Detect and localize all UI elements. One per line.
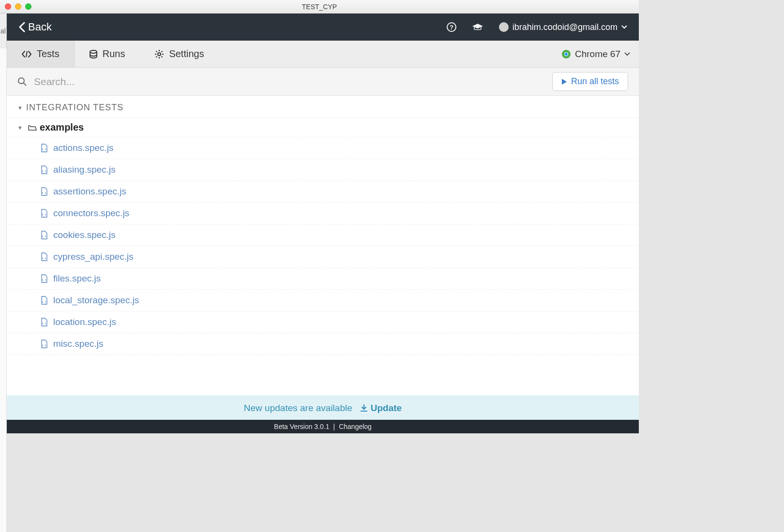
tab-tests[interactable]: Tests [7, 41, 75, 67]
search-icon [17, 77, 27, 87]
tab-runs[interactable]: Runs [75, 41, 140, 67]
file-code-icon [41, 318, 47, 326]
user-menu[interactable]: ibrahim.codoid@gmail.com [499, 22, 627, 32]
file-code-icon [41, 340, 47, 348]
spec-file[interactable]: connectors.spec.js [7, 203, 639, 224]
spec-file-name: cookies.spec.js [53, 230, 116, 240]
database-icon [89, 50, 98, 59]
version-text: Beta Version 3.0.1 [274, 423, 329, 430]
chrome-icon [561, 49, 571, 59]
close-window-button[interactable] [5, 3, 11, 10]
app-window: TEST_CYP al Back ? ibrahim.codoid@gmail.… [0, 0, 639, 433]
file-code-icon [41, 187, 47, 196]
file-code-icon [41, 274, 47, 283]
download-icon [360, 404, 368, 412]
file-code-icon [41, 165, 47, 174]
caret-down-icon: ▼ [17, 125, 23, 131]
file-code-icon [41, 231, 47, 239]
changelog-link[interactable]: Changelog [339, 423, 372, 430]
update-button[interactable]: Update [360, 403, 402, 414]
update-label: Update [371, 403, 402, 414]
folder-name: examples [40, 122, 84, 133]
browser-selector[interactable]: Chrome 67 [561, 41, 630, 67]
svg-text:?: ? [450, 24, 453, 31]
spec-file[interactable]: location.spec.js [7, 311, 639, 333]
spec-file[interactable]: assertions.spec.js [7, 181, 639, 203]
user-email: ibrahim.codoid@gmail.com [513, 22, 618, 32]
update-banner: New updates are available Update [7, 396, 639, 420]
spec-file[interactable]: cookies.spec.js [7, 224, 639, 246]
chevron-down-icon [624, 52, 630, 56]
left-edge-stub-lower [0, 48, 7, 433]
spec-file-name: actions.spec.js [53, 143, 114, 153]
spec-file-name: assertions.spec.js [53, 186, 126, 197]
spec-tree: ▼ INTEGRATION TESTS ▼ examples actions.s… [7, 96, 639, 396]
spec-file-name: location.spec.js [53, 317, 116, 327]
spec-file[interactable]: local_storage.spec.js [7, 290, 639, 311]
svg-point-7 [565, 53, 568, 56]
footer: Beta Version 3.0.1 | Changelog [7, 420, 639, 433]
run-all-label: Run all tests [571, 76, 619, 87]
tab-tests-label: Tests [37, 48, 60, 59]
docs-button[interactable] [472, 23, 483, 31]
spec-file[interactable]: actions.spec.js [7, 137, 639, 159]
spec-file-name: files.spec.js [53, 273, 101, 284]
file-code-icon [41, 296, 47, 305]
tree-folder[interactable]: ▼ examples [7, 118, 639, 137]
window-title: TEST_CYP [0, 3, 639, 11]
spec-file[interactable]: misc.spec.js [7, 333, 639, 355]
graduation-cap-icon [472, 23, 483, 31]
spec-file-name: connectors.spec.js [53, 208, 129, 219]
update-message: New updates are available [244, 403, 352, 414]
svg-point-3 [90, 50, 97, 53]
maximize-window-button[interactable] [25, 3, 31, 10]
tree-section-header[interactable]: ▼ INTEGRATION TESTS [7, 96, 639, 118]
chevron-left-icon [18, 22, 25, 32]
left-edge-stub: al [0, 14, 7, 48]
browser-label: Chrome 67 [575, 49, 620, 59]
minimize-window-button[interactable] [15, 3, 21, 10]
spec-file-name: aliasing.spec.js [53, 164, 116, 175]
tab-runs-label: Runs [103, 48, 125, 59]
spec-file[interactable]: cypress_api.spec.js [7, 246, 639, 268]
help-button[interactable]: ? [447, 22, 456, 32]
folder-open-icon [28, 124, 37, 131]
spec-file[interactable]: aliasing.spec.js [7, 159, 639, 181]
spec-file-name: misc.spec.js [53, 339, 103, 349]
tab-bar: Tests Runs Settings [7, 41, 639, 68]
back-button[interactable]: Back [18, 21, 52, 33]
file-code-icon [41, 144, 47, 152]
file-code-icon [41, 252, 47, 261]
gear-icon [154, 49, 164, 59]
section-title: INTEGRATION TESTS [26, 103, 123, 113]
chevron-down-icon [621, 25, 627, 29]
app-topbar: Back ? ibrahim.codoid@gmail.com [7, 14, 639, 41]
spec-file-name: local_storage.spec.js [53, 295, 139, 306]
spec-file[interactable]: files.spec.js [7, 268, 639, 290]
back-label: Back [28, 21, 52, 33]
avatar [499, 22, 509, 32]
play-icon [561, 78, 567, 85]
search-input[interactable] [34, 76, 545, 88]
help-icon: ? [447, 22, 456, 32]
run-all-tests-button[interactable]: Run all tests [552, 72, 628, 91]
tab-settings[interactable]: Settings [140, 41, 219, 67]
svg-point-4 [158, 53, 161, 56]
svg-point-8 [18, 78, 24, 84]
spec-file-name: cypress_api.spec.js [53, 251, 134, 262]
caret-down-icon: ▼ [17, 105, 23, 111]
file-code-icon [41, 209, 47, 218]
svg-line-2 [26, 51, 27, 57]
code-icon [21, 50, 32, 58]
svg-line-9 [24, 83, 26, 86]
search-row: Run all tests [7, 68, 639, 96]
titlebar: TEST_CYP [0, 0, 639, 14]
tab-settings-label: Settings [169, 48, 204, 59]
